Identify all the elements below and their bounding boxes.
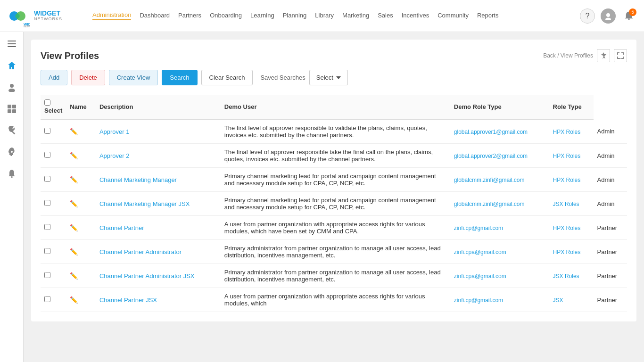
sidebar-rocket-icon[interactable]: [5, 145, 19, 159]
row-checkbox-6[interactable]: [44, 272, 50, 278]
row-demo-user-link-2[interactable]: globalcmm.zinfi@gmail.com: [454, 177, 525, 183]
nav-dashboard[interactable]: Dashboard: [140, 12, 170, 20]
user-avatar-button[interactable]: [601, 8, 616, 24]
edit-icon-6[interactable]: ✏️: [70, 272, 78, 280]
th-description: Description: [96, 95, 221, 119]
row-checkbox-cell-4: [41, 216, 66, 240]
row-role-type-cell-4: Partner: [594, 216, 627, 240]
row-demo-role-type-link-3[interactable]: JSX Roles: [553, 201, 579, 207]
row-checkbox-3[interactable]: [44, 200, 50, 206]
edit-icon-4[interactable]: ✏️: [70, 224, 78, 231]
row-checkbox-4[interactable]: [44, 224, 50, 230]
nav-community[interactable]: Community: [438, 12, 469, 20]
row-name-link-7[interactable]: Channel Partner JSX: [99, 296, 157, 304]
create-view-button[interactable]: Create View: [109, 70, 158, 85]
table-row: ✏️ Channel Marketing Manager JSX Primary…: [41, 192, 627, 216]
svg-rect-15: [8, 109, 11, 113]
row-checkbox-0[interactable]: [44, 128, 50, 134]
clear-search-button[interactable]: Clear Search: [201, 70, 253, 85]
sidebar-menu-icon[interactable]: [5, 37, 19, 51]
nav-incentives[interactable]: Incentives: [402, 12, 429, 20]
row-description-cell-6: Primary administrator from partner organ…: [221, 264, 450, 288]
svg-rect-9: [8, 43, 16, 44]
row-demo-role-type-cell-0: HPX Roles: [549, 119, 594, 144]
fullscreen-button[interactable]: [614, 49, 627, 62]
table-row: ✏️ Channel Partner Administrator JSX Pri…: [41, 264, 627, 288]
search-button[interactable]: Search: [162, 70, 197, 85]
row-demo-role-type-cell-7: JSX: [549, 288, 594, 312]
th-select: Select: [41, 95, 66, 119]
row-name-link-6[interactable]: Channel Partner Administrator JSX: [99, 272, 195, 280]
row-demo-role-type-link-7[interactable]: JSX: [553, 297, 563, 304]
nav-partners[interactable]: Partners: [178, 12, 201, 20]
row-demo-user-link-1[interactable]: global.approver2@gmail.com: [454, 153, 528, 159]
row-demo-user-link-7[interactable]: zinfi.cp@gmail.com: [454, 297, 503, 304]
chevron-down-icon: [336, 76, 341, 79]
row-demo-role-type-link-4[interactable]: HPX Roles: [553, 225, 581, 231]
row-demo-user-link-6[interactable]: zinfi.cpa@gmail.com: [454, 273, 506, 280]
select-button-label: Select: [316, 74, 333, 81]
nav-learning[interactable]: Learning: [250, 12, 274, 20]
row-description-cell-5: Primary administrator from partner organ…: [221, 240, 450, 264]
delete-button[interactable]: Delete: [71, 70, 105, 85]
edit-icon-2[interactable]: ✏️: [70, 176, 78, 183]
row-checkbox-cell-1: [41, 144, 66, 168]
logo-area: WIDGET NETWORKS WIDGET NETWORKS: [8, 5, 83, 27]
row-description-cell-7: A user from partner organization with ap…: [221, 288, 450, 312]
logo-icon: WIDGET NETWORKS: [8, 5, 30, 27]
saved-searches-select-button[interactable]: Select: [309, 70, 348, 85]
row-demo-user-link-5[interactable]: zinfi.cpa@gmail.com: [454, 249, 506, 255]
sidebar-user-icon[interactable]: [5, 80, 19, 94]
edit-icon-3[interactable]: ✏️: [70, 200, 78, 207]
pin-button[interactable]: [597, 49, 610, 62]
edit-icon-1[interactable]: ✏️: [70, 152, 78, 159]
row-demo-user-link-0[interactable]: global.approver1@gmail.com: [454, 129, 528, 135]
row-demo-role-type-link-2[interactable]: HPX Roles: [553, 177, 581, 183]
nav-marketing[interactable]: Marketing: [342, 12, 369, 20]
row-description-cell-2: Primary channel marketing lead for porta…: [221, 168, 450, 192]
nav-planning[interactable]: Planning: [283, 12, 307, 20]
row-name-link-1[interactable]: Approver 2: [99, 152, 130, 159]
row-demo-user-cell-4: zinfi.cp@gmail.com: [450, 216, 549, 240]
row-demo-role-type-link-5[interactable]: HPX Roles: [553, 249, 581, 255]
row-role-type-cell-7: Partner: [594, 288, 627, 312]
nav-onboarding[interactable]: Onboarding: [210, 12, 242, 20]
row-name-cell-0: Approver 1: [96, 119, 221, 144]
row-demo-role-type-link-1[interactable]: HPX Roles: [553, 153, 581, 159]
edit-icon-5[interactable]: ✏️: [70, 248, 78, 255]
row-checkbox-1[interactable]: [44, 152, 50, 158]
row-name-link-5[interactable]: Channel Partner Administrator: [99, 248, 182, 255]
sidebar-bell-icon[interactable]: [5, 167, 19, 181]
add-button[interactable]: Add: [41, 70, 67, 85]
help-button[interactable]: ?: [580, 8, 595, 24]
nav-sales[interactable]: Sales: [378, 12, 393, 20]
row-name-link-2[interactable]: Channel Marketing Manager: [99, 176, 177, 183]
th-name: Name: [66, 95, 96, 119]
row-name-link-4[interactable]: Channel Partner: [99, 224, 144, 231]
sidebar-tools-icon[interactable]: [5, 123, 19, 138]
row-name-link-0[interactable]: Approver 1: [99, 128, 130, 135]
select-all-checkbox[interactable]: [44, 99, 50, 106]
nav-administration[interactable]: Administration: [92, 11, 131, 20]
row-description-cell-0: The first level of approver responsible …: [221, 119, 450, 144]
row-demo-role-type-link-0[interactable]: HPX Roles: [553, 129, 581, 135]
toolbar: Add Delete Create View Search Clear Sear…: [41, 70, 627, 85]
row-checkbox-5[interactable]: [44, 248, 50, 254]
nav-library[interactable]: Library: [315, 12, 334, 20]
row-demo-role-type-link-6[interactable]: JSX Roles: [553, 273, 579, 280]
edit-icon-7[interactable]: ✏️: [70, 296, 78, 304]
row-description-cell-3: Primary channel marketing lead for porta…: [221, 192, 450, 216]
sidebar-home-icon[interactable]: [5, 58, 19, 73]
row-checkbox-7[interactable]: [44, 296, 50, 302]
row-demo-user-link-3[interactable]: globalcmm.zinfi@gmail.com: [454, 201, 525, 207]
edit-icon-0[interactable]: ✏️: [70, 128, 78, 135]
row-demo-role-type-cell-4: HPX Roles: [549, 216, 594, 240]
notification-button[interactable]: 5: [621, 8, 636, 24]
svg-rect-13: [8, 105, 11, 108]
row-edit-cell-1: ✏️: [66, 144, 96, 168]
row-demo-user-link-4[interactable]: zinfi.cp@gmail.com: [454, 225, 503, 231]
row-checkbox-2[interactable]: [44, 176, 50, 182]
row-name-link-3[interactable]: Channel Marketing Manager JSX: [99, 200, 190, 207]
sidebar-grid-icon[interactable]: [5, 102, 19, 116]
nav-reports[interactable]: Reports: [477, 12, 499, 20]
